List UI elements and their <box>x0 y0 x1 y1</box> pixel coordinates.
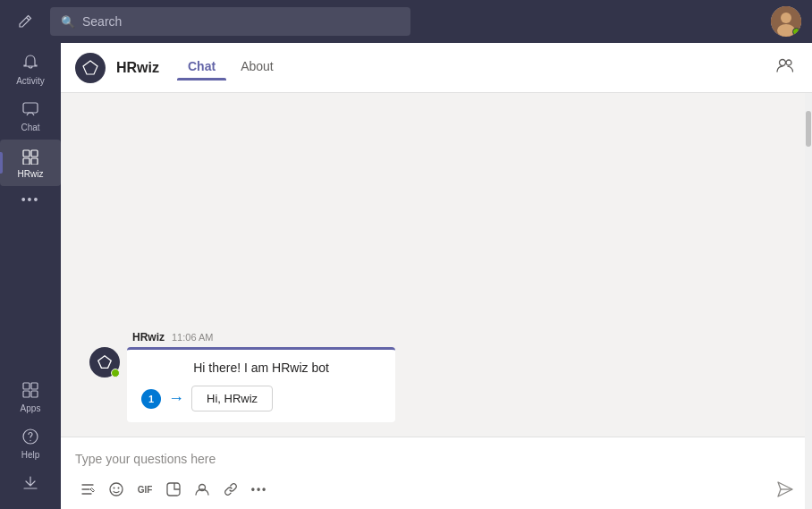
svg-rect-11 <box>31 391 38 397</box>
message-action-row: 1 → Hi, HRwiz <box>141 386 381 411</box>
chat-body: HRwiz 11:06 AM Hi there! I am HRwiz bot <box>61 93 812 437</box>
format-text-button[interactable] <box>75 477 100 502</box>
help-label: Help <box>21 450 40 460</box>
content-wrapper: HRwiz Chat About <box>61 43 812 509</box>
chat-spacer <box>89 107 783 324</box>
user-avatar[interactable] <box>771 6 801 37</box>
apps-icon <box>21 381 39 402</box>
svg-point-20 <box>118 488 120 489</box>
bot-name: HRwiz <box>116 60 159 76</box>
link-button[interactable] <box>218 477 243 502</box>
chat-icon <box>21 100 39 121</box>
sticker-button[interactable] <box>161 477 186 502</box>
help-icon <box>21 428 39 448</box>
edit-icon[interactable] <box>11 7 39 36</box>
hrwiz-icon <box>21 147 39 167</box>
chat-header: HRwiz Chat About <box>61 43 812 93</box>
action-number: 1 <box>141 389 161 409</box>
svg-rect-6 <box>23 158 30 165</box>
chat-label: Chat <box>21 123 39 132</box>
sidebar: Activity Chat HRwiz •• <box>0 43 61 509</box>
message-text: Hi there! I am HRwiz bot <box>141 361 381 375</box>
svg-rect-3 <box>23 103 38 113</box>
sidebar-item-more[interactable]: ••• <box>0 186 61 213</box>
message-group: HRwiz 11:06 AM Hi there! I am HRwiz bot <box>89 331 783 422</box>
action-arrow: → <box>168 389 184 408</box>
apps-label: Apps <box>21 403 41 413</box>
bot-message-avatar <box>89 347 120 378</box>
svg-point-19 <box>114 488 115 489</box>
compose-input[interactable] <box>75 448 798 470</box>
hi-hrwiz-button[interactable]: Hi, HRwiz <box>191 386 273 411</box>
sidebar-item-chat[interactable]: Chat <box>0 93 61 140</box>
send-button[interactable] <box>773 477 798 502</box>
more-icon: ••• <box>21 193 40 206</box>
search-icon: 🔍 <box>61 15 75 29</box>
svg-marker-17 <box>98 356 111 369</box>
gif-label: GIF <box>138 485 153 495</box>
content-area: HRwiz Chat About <box>61 43 812 509</box>
avatar-status <box>792 28 800 36</box>
sidebar-item-apps[interactable]: Apps <box>0 374 61 420</box>
search-bar[interactable]: 🔍 <box>50 7 410 36</box>
tab-chat[interactable]: Chat <box>177 55 226 81</box>
compose-toolbar: GIF <box>75 477 798 502</box>
sidebar-item-help[interactable]: Help <box>0 420 61 467</box>
main-layout: Activity Chat HRwiz •• <box>0 43 812 509</box>
message-row: Hi there! I am HRwiz bot 1 → Hi, HRwiz <box>89 347 395 422</box>
message-card: Hi there! I am HRwiz bot 1 → Hi, HRwiz <box>127 347 395 422</box>
gif-button[interactable]: GIF <box>132 477 157 502</box>
top-bar: 🔍 <box>0 0 812 43</box>
more-toolbar-button[interactable]: ••• <box>247 477 272 502</box>
header-actions <box>773 53 798 82</box>
svg-point-15 <box>780 60 786 66</box>
chat-tabs: Chat About <box>177 55 284 81</box>
message-meta: HRwiz 11:06 AM <box>132 331 213 344</box>
svg-marker-14 <box>83 61 97 74</box>
store-icon <box>21 474 39 495</box>
svg-rect-4 <box>23 150 30 157</box>
svg-point-18 <box>110 483 123 496</box>
emoji-button[interactable] <box>104 477 129 502</box>
sidebar-item-store[interactable] <box>0 467 61 502</box>
svg-point-16 <box>786 60 791 65</box>
bell-icon <box>21 54 39 74</box>
svg-rect-7 <box>31 158 38 165</box>
svg-rect-9 <box>31 383 38 389</box>
svg-rect-10 <box>23 391 30 397</box>
sidebar-bottom: Apps Help <box>0 374 61 509</box>
search-input[interactable] <box>82 14 400 29</box>
message-time: 11:06 AM <box>172 332 213 343</box>
tab-about[interactable]: About <box>230 55 284 81</box>
svg-rect-5 <box>31 150 38 157</box>
message-sender: HRwiz <box>132 331 165 344</box>
bot-online-status <box>111 369 120 378</box>
sidebar-item-hrwiz[interactable]: HRwiz <box>0 140 61 186</box>
scrollbar-thumb[interactable] <box>806 111 811 147</box>
bot-avatar <box>75 53 106 83</box>
sidebar-item-activity[interactable]: Activity <box>0 47 61 93</box>
hrwiz-label: HRwiz <box>18 169 44 179</box>
svg-rect-8 <box>23 383 30 389</box>
svg-point-1 <box>781 13 791 23</box>
scrollbar-track[interactable] <box>805 93 812 509</box>
people-icon[interactable] <box>773 53 798 82</box>
compose-bar: GIF <box>61 437 812 509</box>
svg-point-13 <box>30 440 30 441</box>
meet-button[interactable] <box>190 477 215 502</box>
activity-label: Activity <box>16 76 45 86</box>
